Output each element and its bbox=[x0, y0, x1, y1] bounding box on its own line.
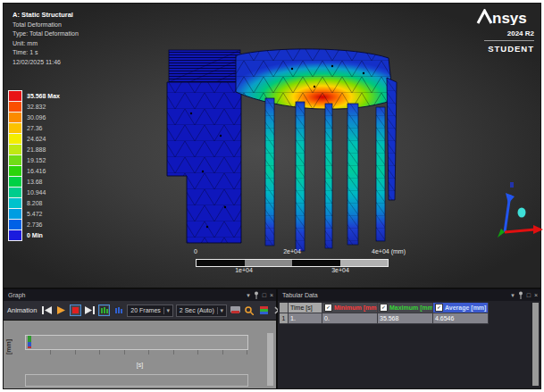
legend-entry: 2.736 bbox=[8, 219, 60, 229]
maximum-column-label: Maximum [mm] bbox=[389, 303, 433, 313]
z-axis-arrow[interactable] bbox=[498, 229, 505, 238]
legend-value-label: 16.416 bbox=[27, 168, 46, 174]
skip-to-start-button[interactable] bbox=[41, 304, 53, 316]
timeline-tick bbox=[247, 350, 247, 354]
timeline-tick bbox=[222, 350, 223, 354]
tabular-scrollbar[interactable] bbox=[532, 303, 539, 386]
graph-x-axis-label: [s] bbox=[4, 362, 276, 368]
scale-bottom-label: 3e+04 bbox=[331, 267, 349, 273]
ansys-logo: nsys bbox=[475, 9, 534, 25]
average-column-label: Average [mm] bbox=[445, 303, 486, 313]
time-column-header[interactable]: Time [s] bbox=[289, 303, 322, 313]
graph-scrollbar[interactable] bbox=[267, 333, 273, 386]
export-video-icon[interactable] bbox=[230, 304, 241, 316]
time-steps-icon[interactable] bbox=[113, 304, 124, 316]
chevron-down-icon[interactable]: ▾ bbox=[217, 307, 226, 314]
graph-panel: Graph ▾ □ × Animation bbox=[4, 289, 276, 388]
table-row[interactable]: 1 1. 0. 35.568 4.6546 bbox=[280, 313, 489, 324]
play-button[interactable] bbox=[55, 304, 67, 316]
legend-color-chip bbox=[8, 197, 22, 208]
legend-value-label: 32.832 bbox=[27, 104, 46, 110]
legend-color-chip bbox=[8, 133, 22, 144]
analysis-title: A: Static Structural bbox=[13, 11, 79, 21]
close-icon[interactable]: × bbox=[534, 289, 538, 301]
legend-color-chip bbox=[8, 187, 22, 197]
graph-range-bar[interactable] bbox=[25, 374, 248, 387]
animation-label: Animation bbox=[7, 306, 37, 314]
stop-button[interactable] bbox=[70, 304, 81, 316]
legend-entry: 19.152 bbox=[8, 154, 60, 165]
result-name: Total Deformation bbox=[13, 21, 79, 30]
maximize-icon[interactable]: □ bbox=[527, 289, 531, 301]
left-wall-body bbox=[167, 82, 241, 243]
legend-color-chip bbox=[8, 165, 22, 176]
legend-value-label: 0 Min bbox=[27, 232, 43, 238]
legend-entry: 10.944 bbox=[8, 187, 60, 197]
animation-toolbar: Animation bbox=[4, 301, 276, 321]
minimum-checkbox[interactable]: ✓ bbox=[324, 304, 332, 312]
maximum-value-cell: 35.568 bbox=[378, 313, 433, 324]
average-value-cell: 4.6546 bbox=[433, 313, 489, 324]
result-time: Time: 1 s bbox=[13, 48, 79, 58]
row-index-header bbox=[280, 303, 289, 313]
legend-entry: 8.208 bbox=[8, 197, 60, 208]
tabular-data-table: Time [s] ✓ Minimum [mm] ✓ Maximum [mm] ✓… bbox=[280, 303, 489, 324]
panel-menu-icon[interactable]: ▾ bbox=[511, 289, 515, 301]
average-checkbox[interactable]: ✓ bbox=[435, 304, 443, 312]
model-viewport[interactable]: A: Static Structural Total Deformation T… bbox=[4, 4, 540, 288]
viewport-node-dot bbox=[518, 208, 526, 218]
legend-entry: 24.624 bbox=[8, 133, 60, 144]
maximize-icon[interactable]: □ bbox=[263, 289, 266, 301]
brand-divider bbox=[484, 40, 534, 41]
result-sets-icon[interactable] bbox=[98, 304, 110, 316]
minimum-column-label: Minimum [mm] bbox=[334, 303, 378, 313]
zoom-magnifier-icon[interactable] bbox=[244, 304, 255, 316]
legend-entry: 21.888 bbox=[8, 144, 60, 154]
legend-color-chip bbox=[8, 208, 22, 219]
legend-value-label: 27.36 bbox=[27, 125, 43, 131]
timeline-tick bbox=[50, 350, 51, 354]
legend-value-label: 8.208 bbox=[27, 200, 43, 206]
close-icon[interactable]: × bbox=[270, 289, 273, 301]
legend-value-label: 24.624 bbox=[27, 136, 46, 142]
x-axis-arrow[interactable] bbox=[505, 229, 535, 232]
graph-plot-area[interactable]: [mm] [s] bbox=[4, 321, 276, 388]
maximum-column-header[interactable]: ✓ Maximum [mm] bbox=[378, 303, 433, 313]
skip-to-end-button[interactable] bbox=[84, 304, 96, 316]
pin-icon[interactable] bbox=[254, 291, 259, 299]
average-column-header[interactable]: ✓ Average [mm] bbox=[433, 303, 489, 313]
result-type: Type: Total Deformation bbox=[13, 29, 79, 39]
graph-titlebar: Graph ▾ □ × bbox=[4, 289, 276, 301]
timeline-tick bbox=[148, 350, 149, 354]
legend-color-chip bbox=[8, 101, 22, 112]
x-axis-arrowhead bbox=[533, 225, 543, 234]
fixed-support-block bbox=[169, 50, 240, 82]
duration-select[interactable]: 2 Sec (Auto) ▾ bbox=[176, 304, 227, 317]
coordinate-triad[interactable] bbox=[489, 175, 544, 241]
timeline-tick bbox=[173, 350, 174, 354]
graph-y-axis-label: [mm] bbox=[5, 333, 16, 360]
pin-icon[interactable] bbox=[518, 291, 523, 299]
rgb-bars-icon[interactable] bbox=[258, 304, 270, 316]
minimum-column-header[interactable]: ✓ Minimum [mm] bbox=[322, 303, 378, 313]
chevron-down-icon[interactable]: ▾ bbox=[163, 307, 172, 314]
legend-entries: 35.568 Max32.83230.09627.3624.62421.8881… bbox=[8, 90, 60, 240]
scale-bottom-label: 1e+04 bbox=[235, 267, 253, 273]
legend-value-label: 19.152 bbox=[27, 157, 46, 163]
frames-select[interactable]: 20 Frames ▾ bbox=[127, 304, 172, 317]
legend-entry: 0 Min bbox=[8, 229, 60, 240]
deformed-beam-body bbox=[236, 49, 393, 109]
ansys-window: A: Static Structural Total Deformation T… bbox=[0, 0, 544, 392]
timeline-slider-handle[interactable] bbox=[28, 336, 31, 348]
maximum-checkbox[interactable]: ✓ bbox=[380, 304, 388, 312]
deformation-contour-model[interactable] bbox=[136, 29, 444, 263]
legend-color-chip bbox=[8, 112, 22, 122]
legend-color-chip bbox=[8, 144, 22, 154]
timeline-track[interactable] bbox=[25, 335, 248, 350]
app-frame: A: Static Structural Total Deformation T… bbox=[3, 3, 541, 389]
legend-color-chip bbox=[8, 229, 22, 241]
row-index-cell[interactable]: 1 bbox=[280, 313, 289, 324]
panel-menu-icon[interactable]: ▾ bbox=[247, 289, 250, 301]
scale-ruler-bar bbox=[196, 259, 389, 267]
table-header-row: Time [s] ✓ Minimum [mm] ✓ Maximum [mm] ✓… bbox=[280, 303, 489, 313]
